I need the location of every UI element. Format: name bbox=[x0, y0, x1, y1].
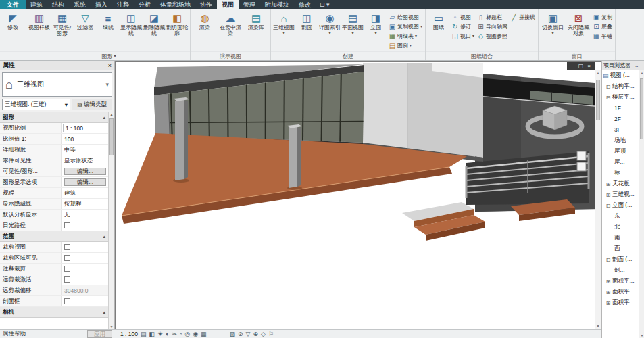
select-links-icon[interactable]: ◇ bbox=[261, 331, 266, 337]
visibility-graphics-button[interactable]: ▦ 可见性/图形 bbox=[51, 10, 74, 51]
thin-lines-button[interactable]: ≡ 细线 bbox=[97, 10, 120, 51]
tab-addins[interactable]: 附加模块 bbox=[260, 0, 294, 9]
render-in-cloud-button[interactable]: ☁ 在云中渲染 bbox=[218, 10, 243, 51]
type-selector[interactable]: ⌂ 三维视图 ▾ bbox=[2, 72, 112, 97]
tab-structure[interactable]: 结构 bbox=[47, 0, 69, 9]
expand-icon[interactable]: ⊞ bbox=[605, 289, 611, 295]
revisions-button[interactable]: ↻ 修订 bbox=[450, 22, 476, 31]
tree-item[interactable]: 剖... bbox=[602, 265, 639, 276]
section-camera[interactable]: 相机 ▴ bbox=[0, 307, 108, 318]
section-extents[interactable]: 范围 ▴ bbox=[0, 231, 108, 242]
tab-manage[interactable]: 管理 bbox=[239, 0, 260, 9]
drawing-area[interactable]: ─ ▢ × ▲ ▼ bbox=[115, 61, 601, 329]
view-instance-selector[interactable]: 三维视图: (三维) ▾ bbox=[2, 99, 70, 110]
legends-button[interactable]: ▤ 图例 ▾ bbox=[387, 41, 424, 50]
close-icon[interactable]: × bbox=[108, 62, 112, 69]
collapse-icon[interactable]: ⊟ bbox=[605, 257, 611, 263]
callout-button[interactable]: ◉ 详图索引 ▾ bbox=[318, 10, 341, 51]
scroll-up-icon[interactable]: ▲ bbox=[595, 71, 601, 75]
browser-scrollbar[interactable]: ▲ ▼ bbox=[639, 70, 644, 338]
tab-view[interactable]: 视图 bbox=[217, 0, 239, 9]
select-pinned-icon[interactable]: ⊕ bbox=[253, 331, 259, 337]
tree-item-elevations[interactable]: ⊟立面 (... bbox=[602, 200, 639, 211]
scroll-up-icon[interactable]: ▲ bbox=[109, 112, 114, 116]
tree-item-area-plans[interactable]: ⊞面积平... bbox=[602, 276, 639, 287]
annotation-crop-checkbox[interactable] bbox=[64, 266, 70, 272]
view-button[interactable]: ▫ 视图 bbox=[450, 12, 476, 22]
show-hidden-lines-button[interactable]: ◫ 显示隐藏线 bbox=[120, 10, 143, 51]
tree-item-area-plans[interactable]: ⊞面积平... bbox=[602, 287, 639, 297]
cascade-windows-button[interactable]: ⊡ 层叠 bbox=[591, 22, 614, 31]
drafting-view-button[interactable]: ▱ 绘图视图 bbox=[387, 12, 424, 22]
duplicate-view-button[interactable]: ▣ 复制视图 ▾ bbox=[387, 22, 424, 31]
title-block-button[interactable]: ▯ 标题栏 bbox=[476, 12, 509, 22]
tree-item[interactable]: 屋... bbox=[602, 157, 639, 168]
drag-selection-icon[interactable]: ⚐ bbox=[268, 331, 274, 337]
tree-item-sections[interactable]: ⊟剖面 (... bbox=[602, 254, 639, 265]
section-graphics[interactable]: 图形 ▴ bbox=[0, 112, 108, 123]
tree-item-3d-views[interactable]: ⊞三维视... bbox=[602, 189, 639, 200]
sun-path-icon[interactable]: ☀ bbox=[157, 331, 163, 337]
expand-icon[interactable]: ⊞ bbox=[605, 181, 611, 187]
tree-item-area-plans[interactable]: ⊞面积平... bbox=[602, 297, 639, 308]
view-reference-button[interactable]: ◇ 视图参照 bbox=[476, 31, 509, 41]
tree-item-floor-plans[interactable]: ⊟楼层平... bbox=[602, 92, 639, 103]
tab-architecture[interactable]: 建筑 bbox=[26, 0, 47, 9]
steering-wheel-icon[interactable] bbox=[577, 151, 586, 160]
tab-collaborate[interactable]: 协作 bbox=[195, 0, 217, 9]
plan-views-button[interactable]: ▤ 平面视图 ▾ bbox=[341, 10, 364, 51]
modify-dropdown-icon[interactable]: ⊡ ▾ bbox=[316, 0, 334, 9]
tab-massing-site[interactable]: 体量和场地 bbox=[155, 0, 195, 9]
expand-icon[interactable]: ⊞ bbox=[605, 279, 611, 285]
tree-item-1f[interactable]: 1F bbox=[602, 103, 639, 114]
scroll-up-icon[interactable]: ▲ bbox=[639, 71, 644, 75]
default-analysis-display-value[interactable]: 无 bbox=[62, 210, 108, 220]
tree-item-north[interactable]: 北 bbox=[602, 222, 639, 233]
close-hidden-windows-button[interactable]: ⊠ 关闭隐藏对象 bbox=[566, 10, 591, 51]
group-label-graphics[interactable]: 图形 ▾ bbox=[26, 51, 190, 60]
expand-icon[interactable]: ⊞ bbox=[605, 300, 611, 306]
crop-region-visible-checkbox[interactable] bbox=[64, 255, 70, 261]
file-menu-button[interactable]: 文件 bbox=[0, 0, 26, 9]
tree-item-ceiling-plans[interactable]: ⊞天花板... bbox=[602, 178, 639, 189]
collapse-icon[interactable]: ⊟ bbox=[605, 95, 611, 101]
scroll-down-icon[interactable]: ▼ bbox=[639, 333, 644, 337]
restore-icon[interactable]: ▢ bbox=[578, 63, 584, 69]
reveal-constraints-icon[interactable]: ▧ bbox=[230, 331, 236, 337]
building-model[interactable] bbox=[122, 63, 601, 241]
scroll-down-icon[interactable]: ▼ bbox=[595, 324, 601, 328]
tab-modify[interactable]: 修改 bbox=[294, 0, 316, 9]
close-icon[interactable]: × bbox=[586, 63, 592, 69]
sheet-button[interactable]: ▭ 图纸 bbox=[427, 10, 450, 51]
detail-level-icon[interactable]: ▤ bbox=[141, 331, 147, 337]
render-gallery-button[interactable]: ▤ 渲染库 bbox=[243, 10, 269, 51]
viewports-button[interactable]: ◱ 视口 ▾ bbox=[450, 31, 476, 41]
apply-button[interactable]: 应用 bbox=[87, 330, 112, 338]
tree-item-views-root[interactable]: ▤视图 (... bbox=[602, 70, 639, 81]
detail-level-value[interactable]: 中等 bbox=[62, 145, 108, 155]
remove-hidden-lines-button[interactable]: ◪ 删除隐藏线 bbox=[143, 10, 166, 51]
edit-type-button[interactable]: ▨ 编辑类型 bbox=[72, 99, 112, 110]
section-box-checkbox[interactable] bbox=[64, 298, 70, 304]
crop-view-checkbox[interactable] bbox=[64, 244, 70, 250]
tree-item-west[interactable]: 西 bbox=[602, 243, 639, 254]
3d-view-canvas[interactable] bbox=[116, 62, 601, 329]
tab-systems[interactable]: 系统 bbox=[69, 0, 91, 9]
expand-icon[interactable]: ⊞ bbox=[605, 192, 611, 198]
cut-profile-button[interactable]: ◧ 剖切面轮廓 bbox=[166, 10, 189, 51]
scale-value[interactable]: 100 bbox=[62, 134, 108, 144]
replicate-window-button[interactable]: ▣ 复制 bbox=[591, 12, 614, 22]
show-crop-region-icon[interactable]: ▫ bbox=[180, 331, 182, 337]
properties-scrollbar[interactable]: ▲ ▼ bbox=[108, 112, 114, 329]
worksharing-display-icon[interactable]: ⊘ bbox=[238, 331, 243, 337]
tree-item-east[interactable]: 东 bbox=[602, 211, 639, 222]
group-label-sheet-composition[interactable]: 图纸组合 bbox=[426, 51, 538, 60]
shadows-icon[interactable]: ◐ bbox=[166, 331, 169, 337]
zoom-icon[interactable] bbox=[577, 162, 586, 171]
tree-item-2f[interactable]: 2F bbox=[602, 114, 639, 124]
far-clip-active-checkbox[interactable] bbox=[64, 276, 70, 283]
schedules-button[interactable]: ▦ 明细表 ▾ bbox=[387, 31, 424, 41]
collapse-icon[interactable]: ⊟ bbox=[605, 84, 611, 90]
minimize-icon[interactable]: ─ bbox=[570, 63, 576, 69]
render-button[interactable]: ◍ 渲染 bbox=[192, 10, 218, 51]
